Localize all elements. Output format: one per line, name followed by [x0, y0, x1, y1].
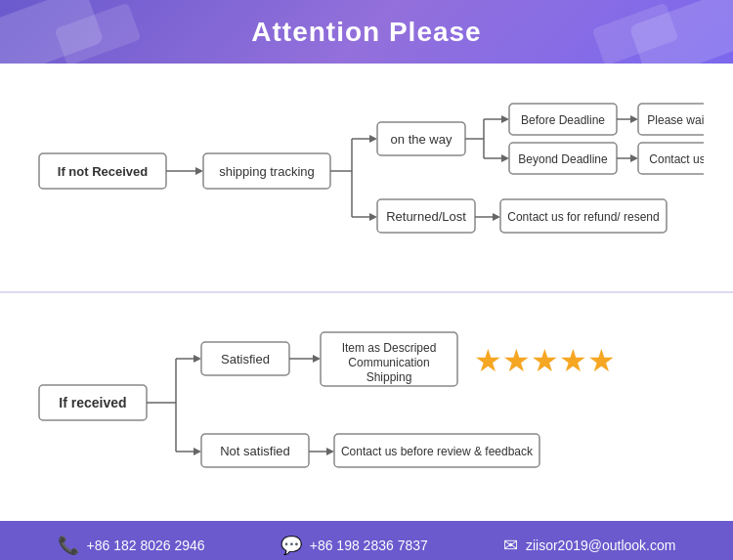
beyond-deadline-label: Beyond Deadline	[518, 152, 608, 166]
contact-feedback-label: Contact us before review & feedback	[341, 445, 534, 458]
main-content: If not Received shipping tracking on the…	[0, 64, 733, 521]
email-icon: ✉	[503, 535, 518, 556]
skype-icon: 💬	[280, 535, 302, 556]
phone-icon: 📞	[58, 535, 79, 556]
bottom-diagram: If received Satisfied Item as Descriped …	[29, 315, 704, 500]
header-deco-right	[592, 3, 679, 64]
header-title: Attention Please	[251, 17, 481, 48]
svg-marker-18	[501, 154, 509, 162]
before-deadline-label: Before Deadline	[521, 113, 605, 127]
communication: Communication	[348, 356, 429, 369]
returned-lost-label: Returned/Lost	[386, 209, 466, 224]
please-wait-label: Please wait	[647, 113, 704, 127]
footer-email: ✉ ziisor2019@outlook.com	[503, 535, 676, 556]
section-not-received: If not Received shipping tracking on the…	[0, 64, 733, 293]
footer: 📞 +86 182 8026 2946 💬 +86 198 2836 7837 …	[0, 521, 733, 560]
contact-us-label: Contact us	[649, 152, 704, 166]
svg-marker-7	[369, 135, 377, 143]
on-the-way-label: on the way	[391, 132, 453, 147]
item-descriped: Item as Descriped	[342, 341, 437, 355]
contact-refund-label: Contact us for refund/ resend	[507, 210, 659, 224]
svg-marker-2	[195, 167, 203, 175]
svg-marker-42	[326, 448, 334, 455]
footer-phone1: 📞 +86 182 8026 2946	[58, 535, 205, 556]
header: Attention Please	[0, 0, 733, 64]
footer-phone2: 💬 +86 198 2836 7837	[280, 535, 428, 556]
svg-marker-33	[194, 355, 201, 363]
svg-marker-36	[313, 355, 321, 363]
top-diagram: If not Received shipping tracking on the…	[29, 90, 704, 266]
satisfied-label: Satisfied	[221, 352, 270, 366]
section-received: If received Satisfied Item as Descriped …	[0, 293, 733, 521]
not-received-label: If not Received	[58, 164, 149, 179]
shipping-tracking-label: shipping tracking	[219, 164, 315, 179]
header-deco-left	[55, 3, 142, 64]
stars: ★★★★★	[474, 343, 616, 378]
svg-marker-27	[493, 213, 500, 221]
received-label: If received	[59, 395, 126, 410]
svg-marker-12	[501, 115, 509, 123]
shipping: Shipping	[366, 370, 412, 384]
svg-marker-24	[369, 213, 377, 221]
not-satisfied-label: Not satisfied	[220, 444, 290, 458]
svg-marker-39	[194, 448, 201, 455]
svg-marker-15	[630, 115, 638, 123]
svg-marker-21	[630, 154, 638, 162]
